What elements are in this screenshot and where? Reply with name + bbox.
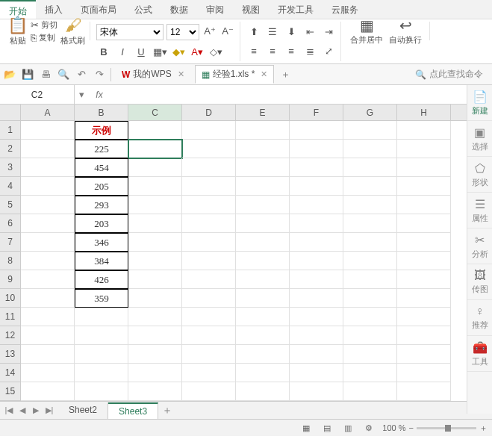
cell-E8[interactable] [236, 252, 290, 270]
close-icon[interactable]: ✕ [178, 69, 184, 79]
row-header-10[interactable]: 10 [0, 289, 20, 308]
tab-wps-home[interactable]: W我的WPS✕ [116, 66, 190, 83]
cell-C2[interactable] [128, 140, 182, 158]
cell-E1[interactable] [236, 121, 290, 140]
align-left-button[interactable]: ≡ [246, 44, 261, 59]
cell-C5[interactable] [128, 196, 182, 214]
settings-icon[interactable]: ⚙ [361, 423, 376, 433]
cell-A2[interactable] [21, 140, 75, 158]
cell-B9[interactable]: 426 [75, 270, 128, 289]
preview-button[interactable]: 🔍 [57, 68, 70, 81]
zoom-control[interactable]: 100 % − ＋ [382, 423, 488, 434]
indent-right-button[interactable]: ⇥ [321, 24, 336, 39]
cell-C6[interactable] [128, 214, 182, 233]
menu-开发工具[interactable]: 开发工具 [269, 0, 323, 19]
close-icon[interactable]: ✕ [261, 69, 267, 79]
cell-H6[interactable] [397, 214, 451, 233]
row-header-12[interactable]: 12 [0, 326, 20, 345]
format-painter-button[interactable]: 🖌 格式刷 [60, 16, 85, 46]
cell-D12[interactable] [182, 326, 236, 345]
name-box[interactable]: C2 [0, 85, 75, 104]
cell-G15[interactable] [343, 382, 397, 401]
menu-审阅[interactable]: 审阅 [197, 0, 233, 19]
cell-E15[interactable] [236, 382, 290, 401]
sidebar-属性[interactable]: ☰属性 [467, 193, 492, 228]
col-header-D[interactable]: D [182, 105, 236, 120]
cell-A4[interactable] [21, 177, 75, 196]
cell-B14[interactable] [75, 364, 128, 382]
sheet-prev-button[interactable]: ◀ [16, 405, 28, 415]
menu-公式[interactable]: 公式 [125, 0, 161, 19]
cell-D9[interactable] [182, 270, 236, 289]
cell-A3[interactable] [21, 158, 75, 177]
cell-F10[interactable] [290, 289, 343, 308]
row-header-11[interactable]: 11 [0, 308, 20, 326]
cell-E9[interactable] [236, 270, 290, 289]
menu-数据[interactable]: 数据 [161, 0, 197, 19]
cell-D2[interactable] [182, 140, 236, 158]
sidebar-选择[interactable]: ▣选择 [467, 121, 492, 157]
cell-G12[interactable] [343, 326, 397, 345]
font-size-select[interactable]: 12 [166, 24, 199, 40]
cell-H9[interactable] [397, 270, 451, 289]
cell-C9[interactable] [128, 270, 182, 289]
row-header-14[interactable]: 14 [0, 364, 20, 382]
col-header-G[interactable]: G [343, 105, 397, 120]
cell-G14[interactable] [343, 364, 397, 382]
col-header-E[interactable]: E [236, 105, 290, 120]
col-header-F[interactable]: F [290, 105, 343, 120]
sidebar-新建[interactable]: 📄新建 [467, 85, 492, 121]
cell-H7[interactable] [397, 233, 451, 252]
align-center-button[interactable]: ≡ [265, 44, 280, 59]
formula-input[interactable] [110, 85, 492, 104]
cell-F5[interactable] [290, 196, 343, 214]
cell-H8[interactable] [397, 252, 451, 270]
increase-font-button[interactable]: A⁺ [202, 24, 217, 39]
save-button[interactable]: 💾 [21, 68, 34, 81]
cell-D11[interactable] [182, 308, 236, 326]
sheet-first-button[interactable]: |◀ [3, 405, 15, 415]
cell-E13[interactable] [236, 345, 290, 364]
cell-C1[interactable] [128, 121, 182, 140]
underline-button[interactable]: U [134, 44, 149, 59]
row-header-1[interactable]: 1 [0, 121, 20, 140]
paste-button[interactable]: 📋 粘贴 [7, 16, 28, 46]
sidebar-工具[interactable]: 🧰工具 [467, 336, 492, 372]
row-header-6[interactable]: 6 [0, 214, 20, 233]
bold-button[interactable]: B [96, 44, 111, 59]
cell-G5[interactable] [343, 196, 397, 214]
cell-F2[interactable] [290, 140, 343, 158]
cell-B5[interactable]: 293 [75, 196, 128, 214]
cell-F14[interactable] [290, 364, 343, 382]
row-header-15[interactable]: 15 [0, 382, 20, 401]
cell-F15[interactable] [290, 382, 343, 401]
cell-H14[interactable] [397, 364, 451, 382]
select-all-corner[interactable] [0, 105, 20, 121]
cell-F13[interactable] [290, 345, 343, 364]
print-button[interactable]: 🖶 [39, 68, 52, 81]
cell-G9[interactable] [343, 270, 397, 289]
cell-C3[interactable] [128, 158, 182, 177]
view-normal-button[interactable]: ▦ [299, 423, 314, 433]
col-header-A[interactable]: A [21, 105, 75, 120]
merge-center-button[interactable]: ▦合并居中 [347, 16, 386, 46]
decrease-font-button[interactable]: A⁻ [220, 24, 235, 39]
cell-D14[interactable] [182, 364, 236, 382]
cell-E3[interactable] [236, 158, 290, 177]
cell-A14[interactable] [21, 364, 75, 382]
cell-E6[interactable] [236, 214, 290, 233]
undo-button[interactable]: ↶ [75, 68, 88, 81]
font-name-select[interactable]: 宋体 [96, 24, 164, 40]
cell-G8[interactable] [343, 252, 397, 270]
cell-A13[interactable] [21, 345, 75, 364]
cell-G11[interactable] [343, 308, 397, 326]
sidebar-推荐[interactable]: ♀推荐 [467, 300, 492, 336]
cell-H2[interactable] [397, 140, 451, 158]
cell-H13[interactable] [397, 345, 451, 364]
cell-D1[interactable] [182, 121, 236, 140]
row-header-9[interactable]: 9 [0, 270, 20, 289]
cell-G1[interactable] [343, 121, 397, 140]
cell-H10[interactable] [397, 289, 451, 308]
cell-D10[interactable] [182, 289, 236, 308]
menu-视图[interactable]: 视图 [233, 0, 269, 19]
